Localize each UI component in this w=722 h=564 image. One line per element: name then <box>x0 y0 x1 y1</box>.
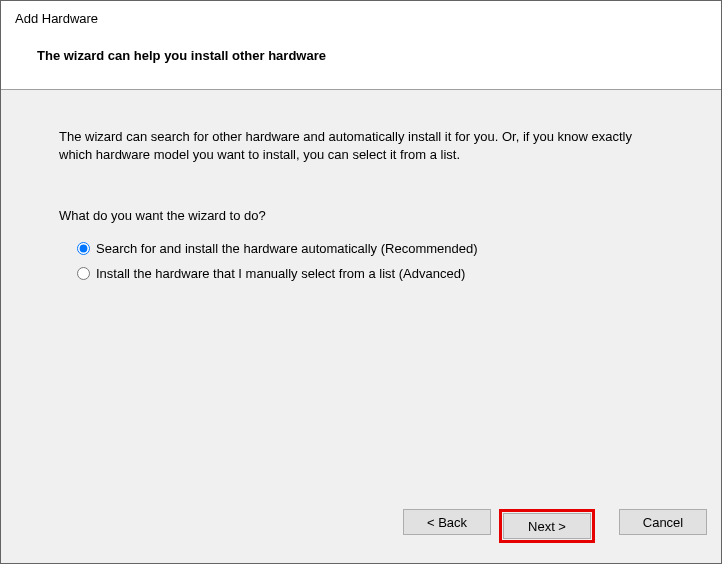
radio-group: Search for and install the hardware auto… <box>59 241 663 281</box>
content-description: The wizard can search for other hardware… <box>59 128 663 164</box>
dialog-header: Add Hardware The wizard can help you ins… <box>1 1 721 90</box>
footer-spacer <box>603 509 611 543</box>
next-button-highlight: Next > <box>499 509 595 543</box>
radio-option-auto[interactable]: Search for and install the hardware auto… <box>77 241 663 256</box>
next-button[interactable]: Next > <box>503 513 591 539</box>
radio-label-manual: Install the hardware that I manually sel… <box>96 266 465 281</box>
add-hardware-dialog: Add Hardware The wizard can help you ins… <box>0 0 722 564</box>
radio-label-auto: Search for and install the hardware auto… <box>96 241 478 256</box>
radio-input-auto[interactable] <box>77 242 90 255</box>
dialog-title: Add Hardware <box>15 11 707 26</box>
cancel-button[interactable]: Cancel <box>619 509 707 535</box>
radio-input-manual[interactable] <box>77 267 90 280</box>
back-button[interactable]: < Back <box>403 509 491 535</box>
dialog-subtitle: The wizard can help you install other ha… <box>37 48 707 63</box>
dialog-footer: < Back Next > Cancel <box>1 495 721 563</box>
content-question: What do you want the wizard to do? <box>59 208 663 223</box>
radio-option-manual[interactable]: Install the hardware that I manually sel… <box>77 266 663 281</box>
dialog-content: The wizard can search for other hardware… <box>1 90 721 495</box>
